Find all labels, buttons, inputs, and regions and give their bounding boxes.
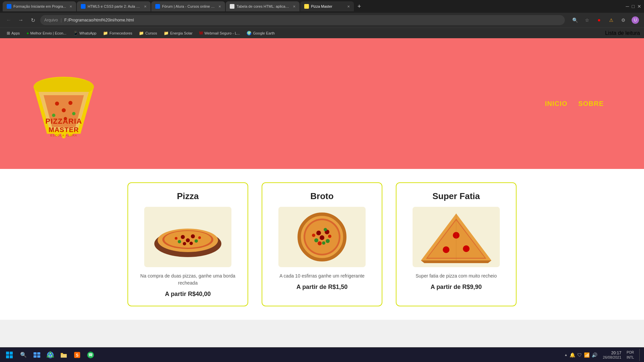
taskbar-app-taskview[interactable] (31, 349, 43, 361)
svg-rect-58 (34, 355, 37, 358)
bookmark-google-earth[interactable]: 🌍 Google Earth (244, 30, 277, 37)
product-description-pizza: Na compra de duas pizzas, ganhe uma bord… (136, 273, 239, 287)
tray-arrow[interactable]: ▲ (564, 353, 568, 357)
bookmark-fornecedores[interactable]: 📁 Fornecedores (100, 30, 135, 37)
tab-close-1[interactable]: ✕ (69, 5, 72, 8)
taskbar-app-chrome[interactable] (44, 349, 56, 361)
network-icon[interactable]: 📶 (584, 352, 590, 358)
product-title-broto: Broto (310, 191, 333, 201)
taskbar-app-sublimetext[interactable]: S (71, 349, 83, 361)
bookmark-melhor-envio[interactable]: ● Melhor Envio | Econ... (24, 30, 69, 37)
bookmark-cursos-label: Cursos (145, 31, 157, 35)
svg-rect-57 (37, 352, 40, 355)
svg-text:S: S (76, 353, 78, 358)
spotify-icon (87, 351, 94, 359)
close-button[interactable]: ✕ (637, 4, 641, 9)
taskbar-time: 20:17 (611, 351, 621, 355)
taskbar-right: ▲ 🔔 🛡 📶 🔊 20:17 26/08/2021 POR INTL (564, 349, 641, 361)
tab-title-1: Formação Iniciante em Progra... (13, 4, 66, 8)
pizza-slice-svg (418, 210, 495, 264)
bookmark-whatsapp[interactable]: 📱 WhatsApp (70, 30, 99, 37)
product-image-super-fatia (413, 207, 500, 267)
fornecedores-icon: 📁 (103, 31, 108, 36)
address-bar[interactable]: Arquivo | F:/Programacao/html%20ini/home… (40, 15, 565, 25)
taskbar-time-display: 20:17 26/08/2021 (603, 351, 621, 359)
svg-point-23 (186, 238, 190, 242)
tab-3[interactable]: Fórum | Alura - Cursos online de... ✕ (151, 1, 225, 11)
bookmarks-bar: ⊞ Apps ● Melhor Envio | Econ... 📱 WhatsA… (0, 27, 644, 38)
address-protocol: Arquivo (44, 18, 58, 22)
tray-notification[interactable]: 🔔 (570, 352, 575, 358)
energia-solar-icon: 📁 (164, 31, 169, 36)
task-view-icon (33, 351, 41, 359)
forward-button[interactable]: → (16, 15, 25, 25)
svg-point-41 (312, 234, 315, 237)
hero-section: PIZZARIA MASTER ESCOLA ALURA INICIO SOBR… (0, 38, 644, 169)
nav-sobre[interactable]: SOBRE (578, 100, 604, 108)
show-desktop-button[interactable] (639, 349, 641, 361)
taskbar-date: 26/08/2021 (603, 355, 621, 359)
chrome-icon (47, 351, 54, 359)
taskbar-app-spotify[interactable] (85, 349, 97, 361)
extensions-button[interactable]: ⚙ (619, 15, 628, 25)
zoom-button[interactable]: 🔍 (570, 15, 580, 25)
tab-close-5[interactable]: ✕ (347, 5, 350, 8)
address-separator: | (61, 18, 62, 22)
nav-inicio[interactable]: INICIO (545, 100, 568, 108)
product-image-broto (278, 207, 366, 267)
bookmark-button[interactable]: ☆ (582, 15, 592, 25)
svg-marker-45 (421, 260, 491, 263)
pizza-round-svg (283, 210, 361, 264)
tab-close-3[interactable]: ✕ (218, 5, 221, 8)
svg-rect-53 (10, 352, 13, 355)
browser-chrome: Formação Iniciante em Progra... ✕ HTML5 … (0, 0, 644, 38)
bookmark-apps[interactable]: ⊞ Apps (4, 30, 22, 37)
notification-dot[interactable]: ● (594, 15, 604, 25)
tab-1[interactable]: Formação Iniciante em Progra... ✕ (3, 1, 76, 11)
svg-text:ESCOLA ALURA: ESCOLA ALURA (50, 134, 77, 137)
new-tab-button[interactable]: + (355, 2, 364, 11)
apps-icon: ⊞ (7, 31, 10, 36)
taskbar-app-explorer[interactable] (58, 349, 70, 361)
svg-text:PIZZARIA: PIZZARIA (45, 117, 82, 125)
tray-shield[interactable]: 🛡 (577, 352, 582, 358)
svg-rect-56 (34, 352, 37, 355)
svg-rect-63 (61, 354, 67, 358)
back-button[interactable]: ← (4, 15, 13, 25)
bookmark-webmail[interactable]: W Webmail Seguro - L... (197, 30, 243, 37)
volume-icon[interactable]: 🔊 (592, 352, 597, 358)
bookmark-energia-solar[interactable]: 📁 Energia Solar (161, 30, 195, 37)
bookmark-melhor-envio-label: Melhor Envio | Econ... (30, 31, 66, 35)
tab-2[interactable]: HTML5 e CSS3 parte 2: Aula 7 -... ✕ (77, 1, 151, 11)
alert-icon[interactable]: ⚠ (606, 15, 616, 25)
nav-links: INICIO SOBRE (545, 100, 604, 108)
whatsapp-icon: 📱 (73, 31, 78, 36)
search-taskbar-button[interactable]: 🔍 (17, 349, 30, 361)
profile-button[interactable]: U (631, 15, 640, 25)
product-description-super-fatia: Super fatia de pizza com muito recheio (416, 273, 497, 280)
svg-rect-59 (37, 355, 40, 358)
google-earth-icon: 🌍 (247, 31, 252, 36)
taskbar-locale: POR INTL (627, 350, 634, 360)
reading-list-button[interactable]: Lista de leitura (605, 30, 640, 36)
bookmark-cursos[interactable]: 📁 Cursos (136, 30, 160, 37)
bookmark-energia-solar-label: Energia Solar (170, 31, 193, 35)
bookmark-apps-label: Apps (11, 31, 20, 35)
svg-point-37 (314, 238, 318, 242)
start-button[interactable] (3, 349, 16, 361)
tab-close-2[interactable]: ✕ (144, 5, 147, 8)
pizzaria-logo-svg: PIZZARIA MASTER ESCOLA ALURA (27, 67, 101, 140)
svg-point-25 (195, 239, 198, 243)
sublime-text-icon: S (73, 351, 81, 359)
maximize-button[interactable]: □ (632, 4, 635, 9)
tab-4[interactable]: Tabela de cores HTML: aplicando... ✕ (226, 1, 300, 11)
tab-favicon-4 (230, 4, 234, 9)
tab-title-3: Fórum | Alura - Cursos online de... (162, 4, 215, 8)
tab-5[interactable]: Pizza Master ✕ (300, 1, 354, 11)
minimize-button[interactable]: ─ (626, 4, 629, 9)
tab-title-5: Pizza Master (311, 4, 344, 8)
tab-favicon-3 (155, 4, 160, 9)
product-price-pizza: A partir R$40,00 (165, 291, 211, 298)
reload-button[interactable]: ↻ (28, 15, 38, 25)
tab-close-4[interactable]: ✕ (293, 5, 296, 8)
